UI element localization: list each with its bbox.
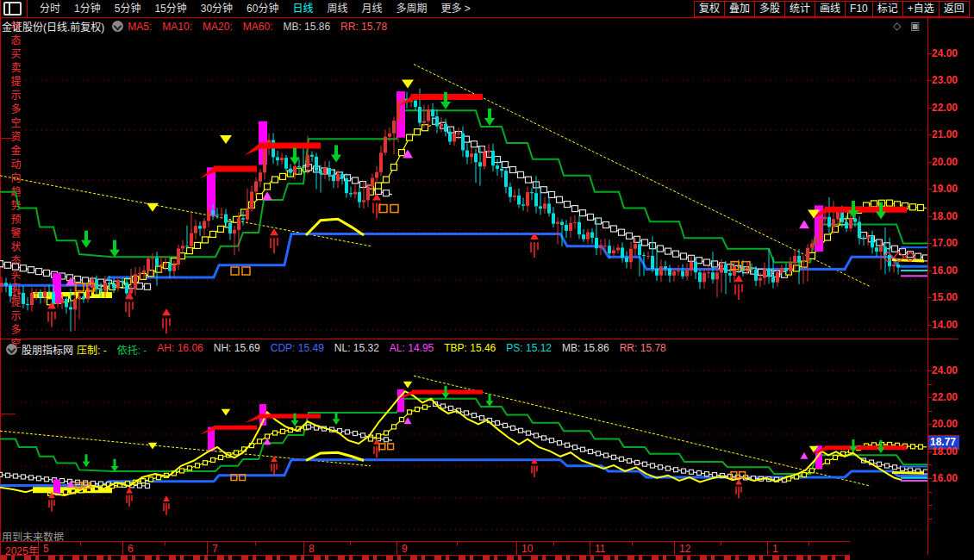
half-month-tick [553,542,554,545]
axis-tick [927,451,932,452]
axis-minor-tick [927,519,932,520]
field-RR: RR: 15.78 [620,342,666,357]
month-boundary [38,542,39,555]
axis-tick [927,189,932,190]
field-MA10: MA10: [162,21,192,33]
month-boundary [303,542,304,555]
axis-label: 18.00 [932,445,961,457]
field-MA60: MA60: [243,21,273,33]
field-AH: AH: 16.06 [157,342,203,357]
axis-label: 19.00 [932,183,961,195]
half-month-tick [457,542,458,545]
axis-label: 15.00 [932,291,961,303]
diamond-icon[interactable]: ◇ [893,20,901,32]
axis-tick [927,478,932,479]
half-month-tick [350,542,351,545]
axis-minor-tick [927,505,932,506]
axis-minor-tick [927,464,932,465]
axis-minor-tick [927,384,932,385]
field-压制: 压制: - [77,342,107,357]
axis-minor-tick [927,411,932,412]
month-boundary [122,542,123,555]
chevron-down-icon[interactable] [112,21,123,32]
indicator-pane-header: 股朋指标网 压制: -依托: -AH: 16.06NH: 15.69CDP: 1… [2,341,677,357]
price-pane-header: 金证股份(日线.前复权) MA5:MA10:MA20:MA60:MB: 15.8… [2,19,397,34]
half-month-tick [80,542,81,545]
field-TBP: TBP: 15.46 [444,342,496,357]
axis-label: 22.00 [932,102,961,114]
stock-title: 金证股份(日线.前复权) [2,19,104,34]
axis-tick [927,325,932,326]
axis-label: 16.00 [932,472,961,484]
trading-app-window: 分时1分钟5分钟15分钟30分钟60分钟日线周线月线多周期更多 > 复权叠加多股… [0,0,974,560]
axis-label: 20.00 [932,156,961,168]
month-boundary [767,542,768,555]
field-RR: RR: 15.78 [340,21,387,33]
axis-label: 18.00 [932,210,961,222]
ma-fields: MA5:MA10:MA20:MA60:MB: 15.86RR: 15.78 [128,21,397,33]
axis-tick [927,53,932,54]
month-label-7: 7 [212,543,218,555]
split-pane-icon[interactable]: ▣ [910,20,920,32]
axis-label: 20.00 [932,418,961,430]
axis-label: 17.00 [932,237,961,249]
field-MB: MB: 15.86 [283,21,330,33]
month-boundary [207,542,208,555]
axis-tick [927,108,932,109]
axis-tick [927,80,932,81]
field-MA5: MA5: [128,21,152,33]
month-boundary [590,542,590,555]
month-boundary [516,542,517,555]
month-label-12: 12 [679,543,690,555]
axis-label: 22.00 [932,391,961,403]
month-label-9: 9 [402,543,408,555]
axis-label: 24.00 [932,364,961,376]
axis-tick [927,134,932,135]
chevron-down-icon[interactable] [6,344,17,355]
half-month-tick [255,542,256,545]
month-boundary [396,542,397,555]
chart-canvas[interactable] [0,0,927,560]
half-month-tick [632,542,633,545]
toolbar-button-返回[interactable]: 返回 [939,1,970,17]
axis-tick [927,297,932,298]
axis-minor-tick [927,438,932,439]
field-MA20: MA20: [203,21,233,33]
axis-tick [927,370,932,371]
axis-label: 14.00 [932,319,961,331]
date-axis: 2025年 567891011121 [0,541,850,556]
axis-tick [927,162,932,163]
axis-tick [927,243,932,244]
field-NH: NH: 15.69 [214,342,260,357]
axis-label: 24.00 [932,47,961,59]
axis-tick [927,424,932,425]
month-label-5: 5 [43,543,49,555]
field-依托: 依托: - [117,342,147,357]
field-PS: PS: 15.12 [506,342,552,357]
month-label-1: 1 [772,543,778,555]
month-label-10: 10 [521,543,533,555]
half-month-tick [721,542,721,545]
field-CDP: CDP: 15.49 [271,342,324,357]
field-MB: MB: 15.86 [562,342,609,357]
month-label-8: 8 [309,543,315,555]
axis-minor-tick [927,492,932,493]
axis-label: 21.00 [932,128,961,140]
axis-tick [927,271,932,271]
clipped-status-row [0,556,850,560]
month-label-6: 6 [128,543,134,555]
axis-separator-line [927,17,928,555]
half-month-tick [809,542,809,545]
axis-label: 16.00 [932,264,961,277]
indicator-site-label: 股朋指标网 [22,342,73,357]
axis-tick [927,397,932,398]
indicator-fields: 压制: -依托: -AH: 16.06NH: 15.69CDP: 15.49NL… [77,342,677,357]
half-month-tick [165,542,165,545]
axis-tick [927,216,932,217]
axis-label: 23.00 [932,74,961,86]
field-NL: NL: 15.32 [334,342,379,357]
month-label-11: 11 [595,543,605,555]
field-AL: AL: 14.95 [390,342,434,357]
month-boundary [674,542,675,555]
